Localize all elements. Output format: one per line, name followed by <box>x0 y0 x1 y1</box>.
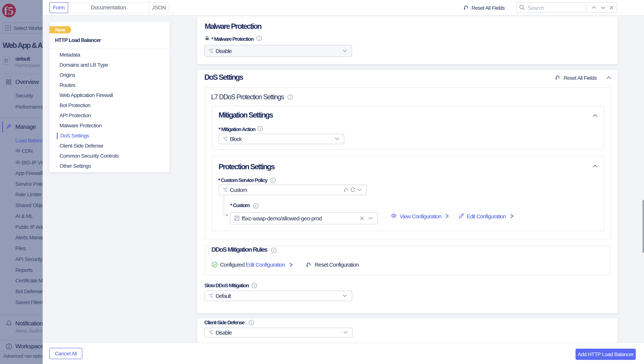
svg-text:f5: f5 <box>4 4 14 17</box>
